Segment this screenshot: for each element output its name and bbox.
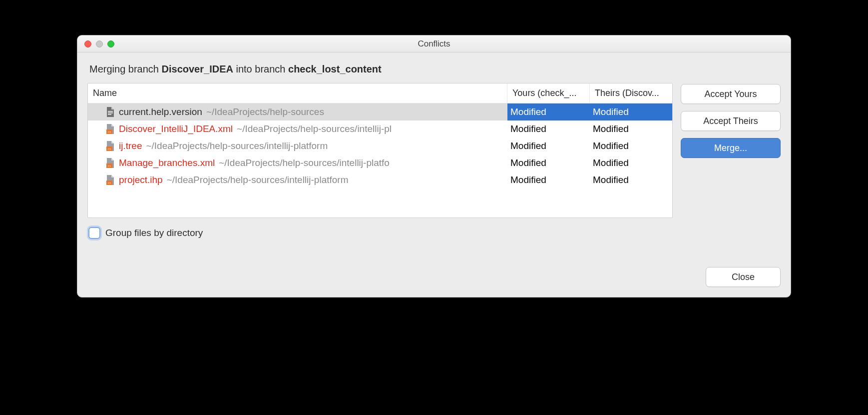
cell-theirs: Modified	[590, 172, 672, 188]
filename: current.help.version	[119, 106, 202, 118]
window-title: Conflicts	[77, 39, 791, 49]
group-by-directory-checkbox[interactable]	[88, 227, 100, 239]
table-row[interactable]: <> Manage_branches.xml~/IdeaProjects/hel…	[88, 154, 672, 172]
column-theirs[interactable]: Theirs (Discov...	[590, 84, 672, 103]
table-row[interactable]: current.help.version~/IdeaProjects/help-…	[88, 104, 672, 120]
xml-file-icon: <>	[106, 174, 115, 186]
cell-theirs: Modified	[590, 154, 672, 172]
svg-rect-0	[108, 111, 113, 112]
filepath: ~/IdeaProjects/help-sources/intellij-pla…	[167, 174, 349, 186]
filename: Discover_IntelliJ_IDEA.xml	[119, 124, 233, 134]
cell-yours: Modified	[507, 172, 590, 188]
heading-prefix: Merging branch	[89, 64, 162, 74]
filepath: ~/IdeaProjects/help-sources	[206, 106, 324, 118]
cell-yours: Modified	[507, 138, 590, 154]
zoom-window-icon[interactable]	[107, 40, 114, 48]
table-row[interactable]: <> Discover_IntelliJ_IDEA.xml~/IdeaProje…	[88, 120, 672, 138]
conflicts-dialog: Conflicts Merging branch Discover_IDEA i…	[77, 35, 791, 298]
accept-theirs-button[interactable]: Accept Theirs	[681, 111, 781, 131]
cell-theirs: Modified	[590, 138, 672, 154]
xml-file-icon: <>	[106, 124, 115, 134]
cell-yours: Modified	[507, 154, 590, 172]
conflicts-table: Name Yours (check_... Theirs (Discov... …	[87, 83, 673, 218]
cell-name: current.help.version~/IdeaProjects/help-…	[88, 104, 507, 120]
cell-name: <> Manage_branches.xml~/IdeaProjects/hel…	[88, 154, 507, 172]
filepath: ~/IdeaProjects/help-sources/intellij-pl	[237, 124, 392, 134]
xml-file-icon: <>	[106, 158, 115, 168]
cell-name: <> ij.tree~/IdeaProjects/help-sources/in…	[88, 138, 507, 154]
column-name[interactable]: Name	[88, 84, 507, 103]
column-yours[interactable]: Yours (check_...	[507, 84, 590, 103]
cell-name: <> Discover_IntelliJ_IDEA.xml~/IdeaProje…	[88, 120, 507, 138]
svg-text:<>: <>	[107, 164, 111, 168]
filepath: ~/IdeaProjects/help-sources/intellij-pla…	[219, 158, 390, 168]
titlebar: Conflicts	[77, 36, 791, 52]
accept-yours-button[interactable]: Accept Yours	[681, 84, 781, 104]
svg-text:<>: <>	[107, 148, 111, 150]
filename: project.ihp	[119, 174, 163, 186]
svg-rect-1	[108, 112, 113, 114]
action-sidebar: Accept Yours Accept Theirs Merge...	[681, 83, 781, 218]
close-window-icon[interactable]	[84, 40, 91, 48]
svg-rect-2	[108, 114, 111, 115]
table-row[interactable]: <> project.ihp~/IdeaProjects/help-source…	[88, 172, 672, 188]
filename: ij.tree	[119, 140, 142, 152]
xml-file-icon: <>	[106, 140, 115, 152]
source-branch: Discover_IDEA	[162, 64, 233, 74]
text-file-icon	[106, 106, 115, 118]
minimize-window-icon	[96, 40, 103, 48]
window-controls	[77, 40, 114, 48]
cell-yours: Modified	[507, 120, 590, 138]
cell-theirs: Modified	[590, 120, 672, 138]
merge-button[interactable]: Merge...	[681, 138, 781, 158]
filename: Manage_branches.xml	[119, 158, 215, 168]
svg-text:<>: <>	[107, 182, 111, 184]
target-branch: check_lost_content	[288, 64, 382, 74]
filepath: ~/IdeaProjects/help-sources/intellij-pla…	[146, 140, 328, 152]
cell-name: <> project.ihp~/IdeaProjects/help-source…	[88, 172, 507, 188]
cell-theirs: Modified	[590, 104, 672, 120]
heading-middle: into branch	[233, 64, 288, 74]
group-by-directory-label: Group files by directory	[105, 228, 203, 238]
table-row[interactable]: <> ij.tree~/IdeaProjects/help-sources/in…	[88, 138, 672, 154]
table-header: Name Yours (check_... Theirs (Discov...	[88, 84, 672, 104]
merge-heading: Merging branch Discover_IDEA into branch…	[89, 64, 781, 75]
close-button[interactable]: Close	[706, 267, 781, 287]
svg-text:<>: <>	[107, 130, 111, 134]
cell-yours: Modified	[507, 104, 590, 120]
